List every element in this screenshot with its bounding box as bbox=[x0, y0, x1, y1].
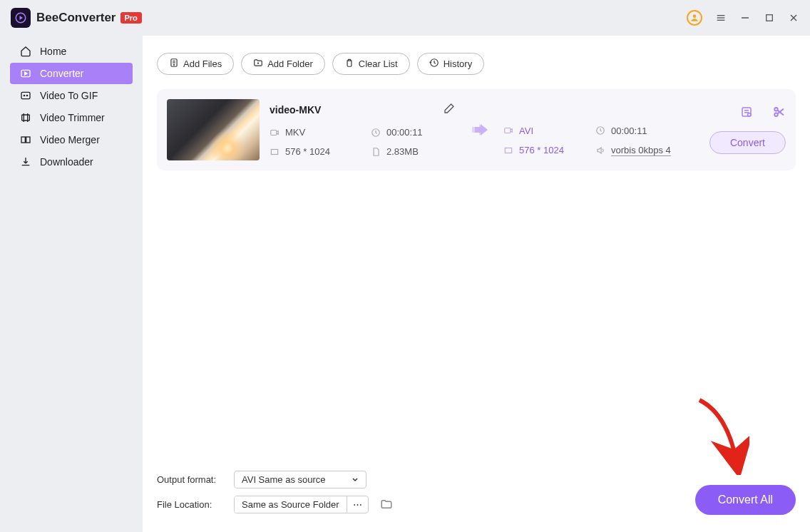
svg-point-35 bbox=[774, 108, 778, 111]
browse-folder-icon[interactable] bbox=[380, 498, 394, 512]
source-duration: 00:00:11 bbox=[371, 127, 455, 138]
menu-icon[interactable] bbox=[715, 12, 727, 24]
main-panel: Add Files Add Folder Clear List History … bbox=[143, 36, 810, 532]
add-folder-icon bbox=[253, 58, 263, 70]
minimize-icon[interactable] bbox=[739, 12, 751, 24]
file-location-input[interactable]: Same as Source Folder bbox=[235, 496, 347, 513]
history-button[interactable]: History bbox=[417, 53, 484, 75]
history-icon bbox=[429, 58, 439, 70]
app-logo bbox=[11, 8, 31, 28]
file-location-label: File Location: bbox=[157, 499, 222, 510]
maximize-icon[interactable] bbox=[764, 12, 775, 24]
gif-icon bbox=[20, 90, 31, 101]
app-name: BeeConverter bbox=[36, 11, 116, 25]
sidebar-item-label: Video To GIF bbox=[40, 90, 98, 101]
file-title: video-MKV bbox=[270, 104, 321, 116]
sidebar: Home Converter Video To GIF Video Trimme… bbox=[0, 36, 143, 532]
bottom-bar: Output format: AVI Same as source File L… bbox=[157, 471, 796, 521]
settings-list-icon[interactable] bbox=[740, 106, 753, 118]
merger-icon bbox=[20, 134, 31, 145]
svg-point-36 bbox=[774, 113, 778, 117]
arrow-icon bbox=[465, 123, 493, 137]
sidebar-item-video-merger[interactable]: Video Merger bbox=[10, 129, 133, 150]
svg-rect-28 bbox=[505, 128, 511, 133]
add-files-button[interactable]: Add Files bbox=[157, 53, 234, 75]
destination-info: AVI 00:00:11 576 * 1024 vorbis 0kbps 4 bbox=[503, 104, 675, 156]
sidebar-item-home[interactable]: Home bbox=[10, 41, 133, 62]
video-icon bbox=[503, 126, 513, 135]
convert-button[interactable]: Convert bbox=[709, 131, 786, 154]
source-size: 2.83MB bbox=[371, 146, 455, 157]
download-icon bbox=[20, 156, 31, 168]
trash-icon bbox=[344, 58, 354, 70]
scissors-icon[interactable] bbox=[773, 106, 786, 118]
dimensions-icon bbox=[503, 145, 513, 155]
sidebar-item-label: Video Merger bbox=[40, 134, 100, 145]
add-files-icon bbox=[169, 58, 179, 70]
pro-badge: Pro bbox=[121, 12, 142, 24]
file-icon bbox=[371, 147, 381, 157]
clock-icon bbox=[595, 126, 605, 135]
svg-rect-6 bbox=[767, 15, 773, 21]
svg-point-11 bbox=[24, 95, 24, 96]
svg-rect-17 bbox=[26, 137, 30, 143]
card-actions: Convert bbox=[709, 106, 786, 154]
home-icon bbox=[20, 46, 31, 57]
sidebar-item-label: Converter bbox=[40, 68, 83, 79]
title-bar: BeeConverter Pro bbox=[0, 0, 810, 36]
trimmer-icon bbox=[20, 112, 31, 123]
more-options-icon[interactable]: ⋯ bbox=[347, 496, 368, 513]
svg-rect-16 bbox=[21, 137, 25, 143]
video-icon bbox=[270, 128, 280, 138]
audio-icon bbox=[595, 145, 605, 155]
svg-point-12 bbox=[26, 95, 27, 96]
edit-icon[interactable] bbox=[444, 103, 455, 117]
output-format-label: Output format: bbox=[157, 474, 222, 485]
sidebar-item-label: Home bbox=[40, 46, 66, 57]
source-dimensions: 576 * 1024 bbox=[270, 146, 354, 157]
convert-all-button[interactable]: Convert All bbox=[695, 485, 796, 515]
clear-list-button[interactable]: Clear List bbox=[332, 53, 410, 75]
video-thumbnail[interactable] bbox=[167, 99, 260, 160]
destination-audio: vorbis 0kbps 4 bbox=[595, 145, 675, 156]
add-folder-button[interactable]: Add Folder bbox=[241, 53, 325, 75]
dimensions-icon bbox=[270, 147, 280, 157]
svg-point-1 bbox=[693, 14, 697, 18]
file-card: video-MKV MKV 00:00:11 576 * 1024 bbox=[157, 89, 796, 170]
destination-format[interactable]: AVI bbox=[503, 126, 583, 136]
svg-rect-10 bbox=[21, 92, 30, 98]
sidebar-item-converter[interactable]: Converter bbox=[10, 63, 133, 84]
sidebar-item-downloader[interactable]: Downloader bbox=[10, 151, 133, 173]
source-format: MKV bbox=[270, 127, 354, 138]
svg-point-34 bbox=[748, 113, 752, 117]
svg-rect-30 bbox=[505, 148, 511, 153]
svg-rect-13 bbox=[22, 115, 30, 121]
sidebar-item-video-trimmer[interactable]: Video Trimmer bbox=[10, 107, 133, 128]
toolbar: Add Files Add Folder Clear List History bbox=[157, 53, 796, 75]
clock-icon bbox=[371, 128, 381, 138]
sidebar-item-video-to-gif[interactable]: Video To GIF bbox=[10, 85, 133, 106]
profile-icon[interactable] bbox=[687, 10, 702, 26]
sidebar-item-label: Downloader bbox=[40, 156, 93, 168]
output-format-select[interactable]: AVI Same as source bbox=[234, 471, 366, 488]
svg-rect-27 bbox=[271, 149, 277, 154]
chevron-down-icon bbox=[352, 474, 359, 485]
converter-icon bbox=[20, 68, 31, 79]
destination-dimensions[interactable]: 576 * 1024 bbox=[503, 145, 583, 156]
destination-duration: 00:00:11 bbox=[595, 126, 675, 136]
source-info: video-MKV MKV 00:00:11 576 * 1024 bbox=[270, 103, 455, 157]
sidebar-item-label: Video Trimmer bbox=[40, 112, 105, 123]
svg-rect-25 bbox=[271, 130, 277, 135]
close-icon[interactable] bbox=[788, 12, 799, 24]
